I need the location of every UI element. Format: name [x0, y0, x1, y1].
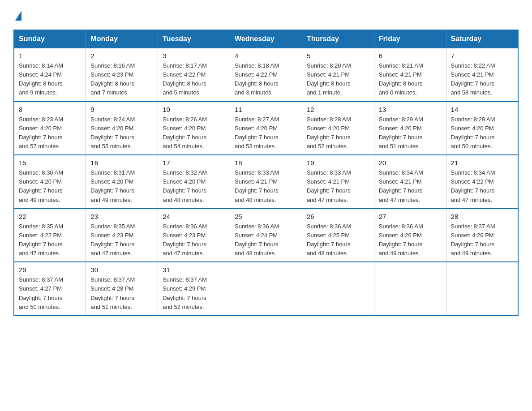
calendar-week-4: 22 Sunrise: 8:35 AMSunset: 4:22 PMDaylig… [14, 209, 518, 262]
calendar-day-20: 20 Sunrise: 8:34 AMSunset: 4:21 PMDaylig… [374, 155, 446, 209]
weekday-header-tuesday: Tuesday [158, 30, 230, 48]
calendar-day-26: 26 Sunrise: 8:36 AMSunset: 4:25 PMDaylig… [302, 209, 374, 262]
day-number: 22 [19, 213, 81, 220]
day-info: Sunrise: 8:32 AMSunset: 4:20 PMDaylight:… [163, 168, 225, 205]
calendar-day-6: 6 Sunrise: 8:21 AMSunset: 4:21 PMDayligh… [374, 48, 446, 102]
calendar-week-1: 1 Sunrise: 8:14 AMSunset: 4:24 PMDayligh… [14, 48, 518, 102]
day-number: 18 [235, 159, 297, 167]
day-number: 26 [307, 213, 369, 220]
day-number: 14 [451, 106, 513, 113]
day-number: 21 [451, 159, 513, 167]
calendar-day-7: 7 Sunrise: 8:22 AMSunset: 4:21 PMDayligh… [446, 48, 518, 102]
day-number: 6 [379, 52, 442, 60]
day-number: 1 [19, 52, 81, 60]
day-info: Sunrise: 8:29 AMSunset: 4:20 PMDaylight:… [451, 115, 513, 151]
day-info: Sunrise: 8:28 AMSunset: 4:20 PMDaylight:… [307, 115, 369, 151]
day-number: 25 [235, 213, 297, 220]
calendar-day-27: 27 Sunrise: 8:36 AMSunset: 4:26 PMDaylig… [374, 209, 446, 262]
calendar-day-12: 12 Sunrise: 8:28 AMSunset: 4:20 PMDaylig… [302, 102, 374, 155]
calendar-day-19: 19 Sunrise: 8:33 AMSunset: 4:21 PMDaylig… [302, 155, 374, 209]
calendar-week-3: 15 Sunrise: 8:30 AMSunset: 4:20 PMDaylig… [14, 155, 518, 209]
day-number: 15 [19, 159, 81, 167]
calendar-day-17: 17 Sunrise: 8:32 AMSunset: 4:20 PMDaylig… [158, 155, 230, 209]
calendar-day-24: 24 Sunrise: 8:36 AMSunset: 4:23 PMDaylig… [158, 209, 230, 262]
page-header [13, 9, 519, 21]
day-number: 4 [235, 52, 297, 60]
day-number: 2 [90, 52, 153, 60]
day-info: Sunrise: 8:17 AMSunset: 4:22 PMDaylight:… [163, 61, 225, 98]
calendar-day-22: 22 Sunrise: 8:35 AMSunset: 4:22 PMDaylig… [14, 209, 86, 262]
day-info: Sunrise: 8:36 AMSunset: 4:24 PMDaylight:… [235, 222, 297, 258]
day-number: 28 [451, 213, 513, 220]
day-number: 7 [451, 52, 513, 60]
weekday-header-saturday: Saturday [446, 30, 518, 48]
weekday-header-row: SundayMondayTuesdayWednesdayThursdayFrid… [14, 30, 518, 48]
day-number: 9 [90, 106, 153, 113]
day-number: 12 [307, 106, 369, 113]
calendar-day-29: 29 Sunrise: 8:37 AMSunset: 4:27 PMDaylig… [14, 262, 86, 316]
day-info: Sunrise: 8:29 AMSunset: 4:20 PMDaylight:… [379, 115, 442, 151]
day-number: 3 [163, 52, 225, 60]
day-info: Sunrise: 8:27 AMSunset: 4:20 PMDaylight:… [235, 115, 297, 151]
day-number: 5 [307, 52, 369, 60]
day-number: 23 [90, 213, 153, 220]
day-number: 17 [163, 159, 225, 167]
weekday-header-thursday: Thursday [302, 30, 374, 48]
calendar-day-1: 1 Sunrise: 8:14 AMSunset: 4:24 PMDayligh… [14, 48, 86, 102]
day-info: Sunrise: 8:37 AMSunset: 4:27 PMDaylight:… [19, 275, 81, 312]
calendar-day-11: 11 Sunrise: 8:27 AMSunset: 4:20 PMDaylig… [230, 102, 302, 155]
day-info: Sunrise: 8:16 AMSunset: 4:23 PMDaylight:… [90, 61, 153, 98]
day-number: 30 [90, 266, 153, 274]
weekday-header-friday: Friday [374, 30, 446, 48]
calendar-day-3: 3 Sunrise: 8:17 AMSunset: 4:22 PMDayligh… [158, 48, 230, 102]
day-info: Sunrise: 8:36 AMSunset: 4:25 PMDaylight:… [307, 222, 369, 258]
day-info: Sunrise: 8:37 AMSunset: 4:26 PMDaylight:… [451, 222, 513, 258]
calendar-empty-cell [230, 262, 302, 316]
weekday-header-monday: Monday [86, 30, 158, 48]
day-number: 10 [163, 106, 225, 113]
day-info: Sunrise: 8:23 AMSunset: 4:20 PMDaylight:… [19, 115, 81, 151]
day-info: Sunrise: 8:33 AMSunset: 4:21 PMDaylight:… [235, 168, 297, 205]
day-number: 13 [379, 106, 442, 113]
calendar-table: SundayMondayTuesdayWednesdayThursdayFrid… [13, 30, 519, 316]
calendar-day-5: 5 Sunrise: 8:20 AMSunset: 4:21 PMDayligh… [302, 48, 374, 102]
logo-triangle-icon [15, 11, 21, 21]
day-number: 8 [19, 106, 81, 113]
calendar-day-21: 21 Sunrise: 8:34 AMSunset: 4:22 PMDaylig… [446, 155, 518, 209]
calendar-day-13: 13 Sunrise: 8:29 AMSunset: 4:20 PMDaylig… [374, 102, 446, 155]
calendar-day-14: 14 Sunrise: 8:29 AMSunset: 4:20 PMDaylig… [446, 102, 518, 155]
day-info: Sunrise: 8:36 AMSunset: 4:23 PMDaylight:… [163, 222, 225, 258]
calendar-day-18: 18 Sunrise: 8:33 AMSunset: 4:21 PMDaylig… [230, 155, 302, 209]
day-info: Sunrise: 8:14 AMSunset: 4:24 PMDaylight:… [19, 61, 81, 98]
day-number: 11 [235, 106, 297, 113]
day-info: Sunrise: 8:34 AMSunset: 4:22 PMDaylight:… [451, 168, 513, 205]
day-info: Sunrise: 8:35 AMSunset: 4:23 PMDaylight:… [90, 222, 153, 258]
calendar-week-2: 8 Sunrise: 8:23 AMSunset: 4:20 PMDayligh… [14, 102, 518, 155]
calendar-day-4: 4 Sunrise: 8:18 AMSunset: 4:22 PMDayligh… [230, 48, 302, 102]
calendar-day-28: 28 Sunrise: 8:37 AMSunset: 4:26 PMDaylig… [446, 209, 518, 262]
day-number: 16 [90, 159, 153, 167]
day-info: Sunrise: 8:30 AMSunset: 4:20 PMDaylight:… [19, 168, 81, 205]
day-info: Sunrise: 8:33 AMSunset: 4:21 PMDaylight:… [307, 168, 369, 205]
day-info: Sunrise: 8:37 AMSunset: 4:29 PMDaylight:… [163, 275, 225, 312]
calendar-empty-cell [302, 262, 374, 316]
day-info: Sunrise: 8:22 AMSunset: 4:21 PMDaylight:… [451, 61, 513, 98]
calendar-empty-cell [374, 262, 446, 316]
day-info: Sunrise: 8:26 AMSunset: 4:20 PMDaylight:… [163, 115, 225, 151]
weekday-header-sunday: Sunday [14, 30, 86, 48]
calendar-day-8: 8 Sunrise: 8:23 AMSunset: 4:20 PMDayligh… [14, 102, 86, 155]
calendar-day-10: 10 Sunrise: 8:26 AMSunset: 4:20 PMDaylig… [158, 102, 230, 155]
logo-top [13, 9, 21, 21]
day-info: Sunrise: 8:24 AMSunset: 4:20 PMDaylight:… [90, 115, 153, 151]
day-number: 24 [163, 213, 225, 220]
logo [13, 9, 21, 21]
calendar-day-9: 9 Sunrise: 8:24 AMSunset: 4:20 PMDayligh… [86, 102, 158, 155]
day-info: Sunrise: 8:18 AMSunset: 4:22 PMDaylight:… [235, 61, 297, 98]
day-info: Sunrise: 8:35 AMSunset: 4:22 PMDaylight:… [19, 222, 81, 258]
day-info: Sunrise: 8:36 AMSunset: 4:26 PMDaylight:… [379, 222, 442, 258]
day-info: Sunrise: 8:21 AMSunset: 4:21 PMDaylight:… [379, 61, 442, 98]
calendar-day-23: 23 Sunrise: 8:35 AMSunset: 4:23 PMDaylig… [86, 209, 158, 262]
calendar-day-30: 30 Sunrise: 8:37 AMSunset: 4:28 PMDaylig… [86, 262, 158, 316]
day-number: 31 [163, 266, 225, 274]
calendar-day-16: 16 Sunrise: 8:31 AMSunset: 4:20 PMDaylig… [86, 155, 158, 209]
